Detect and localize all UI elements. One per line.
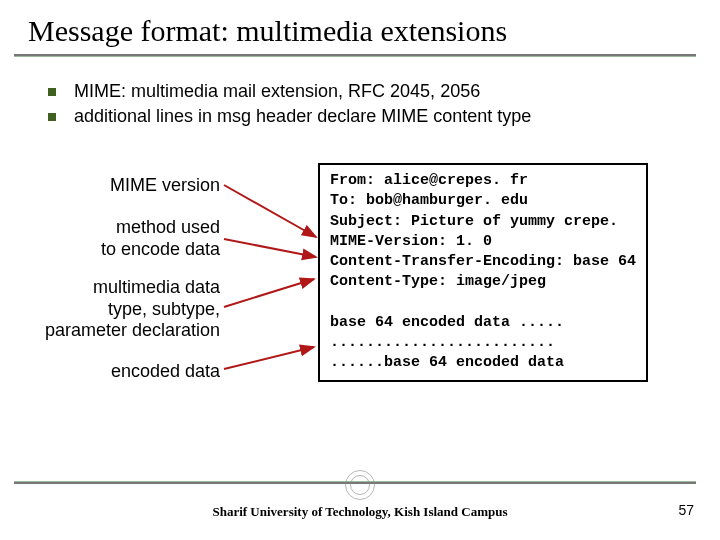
bullet-text: MIME: multimedia mail extension, RFC 204… xyxy=(74,81,480,102)
bullet-icon xyxy=(48,88,56,96)
code-line: Content-Type: image/jpeg xyxy=(330,273,546,290)
bullet-list: MIME: multimedia mail extension, RFC 204… xyxy=(48,81,720,127)
label-mime-version: MIME version xyxy=(110,175,220,197)
svg-line-1 xyxy=(224,239,316,257)
code-line: Subject: Picture of yummy crepe. xyxy=(330,213,618,230)
diagram-area: MIME version method used to encode data … xyxy=(0,169,720,439)
code-line: From: alice@crepes. fr xyxy=(330,172,528,189)
svg-line-2 xyxy=(224,279,314,307)
code-line: Content-Transfer-Encoding: base 64 xyxy=(330,253,636,270)
code-line: ......................... xyxy=(330,334,555,351)
label-encoding-method: method used to encode data xyxy=(101,217,220,260)
slide-title: Message format: multimedia extensions xyxy=(0,0,720,48)
bullet-item: MIME: multimedia mail extension, RFC 204… xyxy=(48,81,720,102)
title-underline xyxy=(14,54,696,57)
bullet-text: additional lines in msg header declare M… xyxy=(74,106,531,127)
slide: Message format: multimedia extensions MI… xyxy=(0,0,720,540)
code-line: MIME-Version: 1. 0 xyxy=(330,233,492,250)
label-content-type: multimedia data type, subtype, parameter… xyxy=(45,277,220,342)
label-encoded-data: encoded data xyxy=(111,361,220,383)
bullet-icon xyxy=(48,113,56,121)
mime-message-box: From: alice@crepes. fr To: bob@hamburger… xyxy=(318,163,648,382)
code-line: To: bob@hamburger. edu xyxy=(330,192,528,209)
svg-line-3 xyxy=(224,347,314,369)
bullet-item: additional lines in msg header declare M… xyxy=(48,106,720,127)
university-seal-icon xyxy=(345,470,375,500)
code-line: base 64 encoded data ..... xyxy=(330,314,564,331)
page-number: 57 xyxy=(678,502,694,518)
arrow-connectors xyxy=(220,167,320,427)
footer-text: Sharif University of Technology, Kish Is… xyxy=(0,504,720,520)
code-line: ......base 64 encoded data xyxy=(330,354,564,371)
svg-line-0 xyxy=(224,185,316,237)
